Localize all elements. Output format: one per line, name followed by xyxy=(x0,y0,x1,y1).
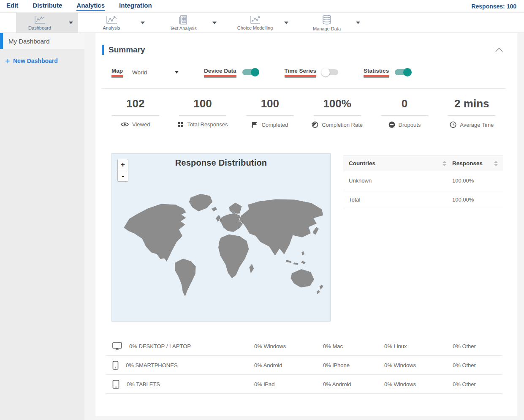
toolbar-item-label: Choice Modelling xyxy=(237,25,273,30)
toolbar-item-label: Analysis xyxy=(103,25,120,30)
nav-edit[interactable]: Edit xyxy=(6,2,18,11)
responses-column-header[interactable]: Responses xyxy=(452,160,498,166)
toolbar-item-analysis[interactable]: Analysis xyxy=(88,13,150,33)
stat-label: Dropouts xyxy=(399,122,421,128)
choice-modelling-dropdown-caret[interactable] xyxy=(279,22,293,24)
stat-value: 102 xyxy=(102,97,169,110)
scatter-chart-icon xyxy=(249,15,261,25)
device-label: 0% TABLETS xyxy=(127,381,160,387)
analysis-dropdown-caret[interactable] xyxy=(135,22,150,24)
device-breakdown: 0% DESKTOP / LAPTOP 0% Windows 0% Mac 0%… xyxy=(106,337,502,394)
map-region-value: World xyxy=(132,69,147,76)
document-grid-icon xyxy=(178,15,188,25)
divider xyxy=(314,115,361,116)
divider xyxy=(246,115,293,116)
device-data-label: Device Data xyxy=(204,68,236,77)
sidebar-item-label: My Dashboard xyxy=(8,38,50,45)
new-dashboard-button[interactable]: New Dashboard xyxy=(5,57,79,64)
flag-icon xyxy=(252,121,258,128)
device-data-toggle[interactable] xyxy=(242,69,258,76)
divider xyxy=(448,115,495,116)
country-responses: 100.00% xyxy=(452,196,498,203)
device-label: 0% SMARTPHONES xyxy=(126,362,178,368)
divider xyxy=(179,115,226,116)
nav-distribute[interactable]: Distribute xyxy=(33,2,62,11)
countries-column-header[interactable]: Countries xyxy=(349,160,452,166)
device-stat: 0% Android xyxy=(323,381,384,387)
device-row-smartphones: 0% SMARTPHONES 0% Android 0% iPhone 0% W… xyxy=(106,356,502,375)
plus-icon xyxy=(5,59,10,63)
device-row-tablets: 0% TABLETS 0% iPad 0% Android 0% Windows… xyxy=(106,375,502,394)
stat-label: Viewed xyxy=(132,121,150,128)
chevron-up-icon[interactable] xyxy=(494,46,505,54)
toolbar-item-text-analysis[interactable]: Text Analysis xyxy=(160,13,222,33)
map-and-countries: Response Distribution + - xyxy=(111,153,503,322)
toolbar-item-label: Manage Data xyxy=(313,26,341,31)
stat-label: Total Responses xyxy=(187,121,228,128)
minus-circle-icon xyxy=(388,121,395,128)
stat-value: 100% xyxy=(304,97,371,110)
device-row-desktop: 0% DESKTOP / LAPTOP 0% Windows 0% Mac 0%… xyxy=(106,337,502,356)
nav-integration[interactable]: Integration xyxy=(119,2,152,11)
divider xyxy=(112,115,159,116)
text-analysis-dropdown-caret[interactable] xyxy=(207,22,222,24)
manage-data-dropdown-caret[interactable] xyxy=(350,22,365,24)
nav-analytics[interactable]: Analytics xyxy=(76,2,105,11)
device-stat: 0% Other xyxy=(453,343,502,349)
chevron-down-icon xyxy=(175,71,179,74)
device-stat: 0% Windows xyxy=(384,381,453,387)
country-responses: 100.00% xyxy=(452,177,498,184)
table-row: Unknown 100.00% xyxy=(343,171,503,190)
response-distribution-map[interactable]: Response Distribution + - xyxy=(111,153,331,322)
toggle-knob xyxy=(321,68,330,76)
toolbar-item-choice-modelling[interactable]: Choice Modelling xyxy=(231,13,293,33)
line-chart-icon xyxy=(105,15,118,25)
countries-table-header: Countries Responses xyxy=(343,155,503,171)
stat-value: 0 xyxy=(371,97,438,110)
accent-bar xyxy=(102,45,104,55)
toolbar-item-label: Dashboard xyxy=(28,25,51,30)
responses-count: Responses: 100 xyxy=(471,3,516,10)
map-region-select[interactable]: World xyxy=(132,69,179,76)
clock-icon xyxy=(450,121,456,128)
device-stat: 0% Other xyxy=(453,362,502,368)
summary-controls: Map World Device Data Time Series Statis… xyxy=(102,68,511,77)
statistics-toggle[interactable] xyxy=(395,69,411,76)
database-icon xyxy=(321,14,332,25)
toolbar-item-manage-data[interactable]: Manage Data xyxy=(303,13,365,33)
stat-viewed: 102 Viewed xyxy=(102,97,169,128)
dashboard-dropdown-caret[interactable] xyxy=(63,22,78,24)
tablet-icon xyxy=(112,380,119,389)
contrast-circle-icon xyxy=(312,121,318,128)
device-stat: 0% Other xyxy=(453,381,502,387)
desktop-icon xyxy=(112,342,122,350)
summary-header: Summary xyxy=(95,33,517,55)
device-stat: 0% Android xyxy=(254,362,323,368)
time-series-toggle[interactable] xyxy=(322,69,338,76)
stat-value: 100 xyxy=(169,97,236,110)
stat-completion-rate: 100% Completion Rate xyxy=(304,97,371,128)
zoom-in-button[interactable]: + xyxy=(117,159,128,170)
summary-card: Summary Map World Device Data Time Serie… xyxy=(95,33,517,416)
country-name: Total xyxy=(349,196,452,203)
device-stat: 0% iPad xyxy=(254,381,323,387)
toolbar-item-dashboard[interactable]: Dashboard xyxy=(16,13,78,33)
sidebar-item-my-dashboard[interactable]: My Dashboard xyxy=(0,33,84,49)
divider xyxy=(381,115,428,116)
countries-table: Countries Responses Unknown 100.00% Tota… xyxy=(343,155,503,322)
toggle-knob xyxy=(403,68,412,76)
eye-icon xyxy=(121,122,129,127)
map-title: Response Distribution xyxy=(112,158,330,168)
stat-label: Completion Rate xyxy=(322,122,363,128)
responses-header-label: Responses xyxy=(452,160,483,166)
country-name: Unknown xyxy=(349,177,452,184)
summary-title: Summary xyxy=(109,45,145,55)
device-stat: 0% Windows xyxy=(254,343,323,349)
dashboard-sidebar: My Dashboard New Dashboard xyxy=(0,33,84,420)
sort-icon xyxy=(443,161,446,166)
world-map-image[interactable] xyxy=(113,176,330,315)
line-chart-icon xyxy=(33,15,46,25)
device-stat: 0% Linux xyxy=(384,343,453,349)
countries-header-label: Countries xyxy=(349,160,375,166)
top-nav: Edit Distribute Analytics Integration Re… xyxy=(0,0,524,13)
